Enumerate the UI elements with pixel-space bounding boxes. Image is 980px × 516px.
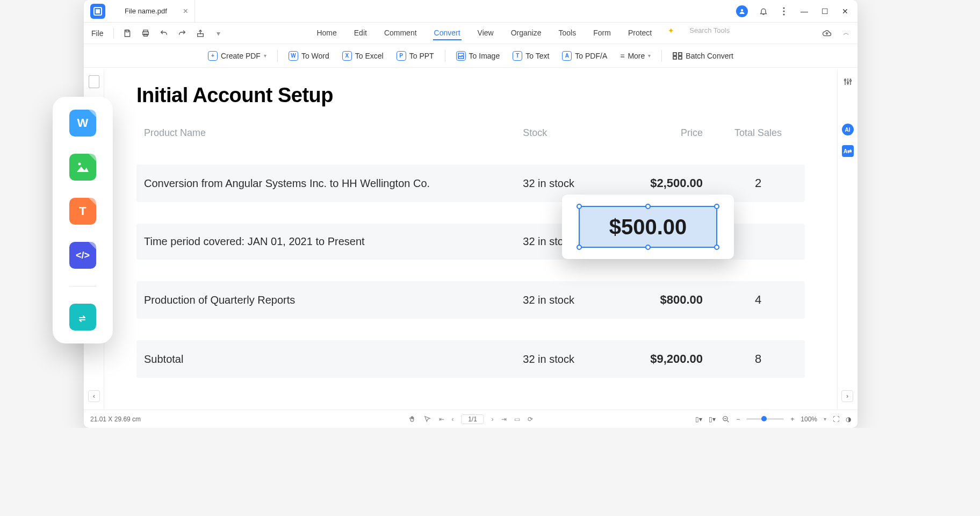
to-excel-label: To Excel [355, 52, 384, 60]
to-pdfa-button[interactable]: A To PDF/A [558, 49, 611, 63]
quick-access-chevron-icon[interactable]: ▾ [214, 28, 224, 38]
close-window-button[interactable]: ✕ [840, 7, 850, 16]
dock-separator [69, 286, 96, 286]
price-edit-field[interactable]: $500.00 [579, 206, 717, 248]
file-menu[interactable]: File [90, 27, 105, 40]
print-icon[interactable] [141, 28, 150, 38]
svg-point-18 [849, 80, 851, 82]
dock-to-image-button[interactable] [69, 154, 96, 181]
thumbnails-icon[interactable] [89, 75, 99, 88]
close-tab-icon[interactable]: × [183, 6, 188, 16]
bell-icon[interactable] [759, 6, 768, 16]
table-row[interactable]: Production of Quarterly Reports 32 in st… [136, 281, 805, 319]
create-pdf-button[interactable]: + Create PDF ▾ [204, 49, 271, 63]
cell-name: Conversion from Angular Systems Inc. to … [144, 177, 523, 190]
view-mode-2-icon[interactable]: ▯▾ [709, 415, 716, 423]
last-page-icon[interactable]: ⇥ [501, 415, 507, 423]
search-tools-input[interactable]: Search Tools [689, 26, 730, 40]
batch-convert-button[interactable]: Batch Convert [668, 49, 738, 62]
zoom-minus-icon[interactable]: − [736, 415, 740, 423]
menu-form[interactable]: Form [592, 26, 612, 40]
resize-handle-icon[interactable] [645, 204, 651, 209]
select-tool-icon[interactable] [424, 415, 431, 423]
save-icon[interactable] [122, 28, 132, 38]
svg-point-5 [783, 13, 784, 15]
zoom-slider-thumb[interactable] [761, 416, 767, 421]
header-total-sales: Total Sales [719, 127, 797, 139]
title-bar: File name.pdf × — ☐ ✕ [84, 0, 857, 23]
editing-value: $500.00 [609, 215, 687, 239]
status-bar: 21.01 X 29.69 cm ⇤ ‹ 1/1 › ⇥ ▭ ⟳ ▯▾ ▯▾ −… [84, 410, 857, 428]
read-mode-icon[interactable]: ◑ [846, 415, 851, 423]
user-avatar-icon[interactable] [736, 5, 748, 17]
svg-rect-9 [143, 34, 147, 36]
zoom-plus-icon[interactable]: + [790, 415, 794, 423]
cell-name: Time period covered: JAN 01, 2021 to Pre… [144, 235, 523, 248]
resize-handle-icon[interactable] [577, 245, 582, 250]
zoom-out-icon[interactable] [722, 415, 730, 423]
resize-handle-icon[interactable] [714, 204, 719, 209]
minimize-button[interactable]: — [799, 7, 809, 16]
page-dimensions: 21.01 X 29.69 cm [90, 415, 141, 423]
more-label: More [628, 52, 645, 60]
table-row[interactable]: Subtotal 32 in stock $9,200.00 8 [136, 340, 805, 378]
cloud-icon[interactable] [822, 28, 832, 38]
translate-icon[interactable]: A⇄ [842, 145, 854, 157]
plus-icon: + [208, 51, 218, 61]
next-page-icon[interactable]: › [492, 415, 494, 423]
menu-view[interactable]: View [477, 26, 495, 40]
redo-icon[interactable] [177, 28, 187, 38]
dock-to-word-button[interactable]: W [69, 110, 96, 137]
prev-page-icon[interactable]: ‹ [452, 415, 454, 423]
settings-sliders-icon[interactable] [841, 75, 854, 88]
to-image-button[interactable]: To Image [452, 49, 505, 63]
zoom-slider[interactable] [746, 418, 784, 420]
cell-price: $800.00 [621, 293, 719, 307]
to-excel-button[interactable]: X To Excel [338, 49, 388, 63]
table-header: Product Name Stock Price Total Sales [136, 123, 805, 143]
collapse-ribbon-icon[interactable]: ︿ [841, 28, 851, 38]
page-number-input[interactable]: 1/1 [462, 414, 484, 424]
ai-assistant-icon[interactable]: AI [842, 124, 854, 135]
menu-bar: File ▾ Home Edit Comment Convert View Or… [84, 23, 857, 44]
menu-comment[interactable]: Comment [383, 26, 418, 40]
to-ppt-label: To PPT [409, 52, 434, 60]
share-icon[interactable] [196, 28, 205, 38]
resize-handle-icon[interactable] [645, 245, 651, 250]
menu-organize[interactable]: Organize [510, 26, 543, 40]
svg-rect-6 [126, 30, 128, 32]
first-page-icon[interactable]: ⇤ [439, 415, 444, 423]
cell-name: Subtotal [144, 353, 523, 366]
menu-convert[interactable]: Convert [433, 26, 462, 40]
document-tab[interactable]: File name.pdf × [118, 0, 195, 22]
menu-tools[interactable]: Tools [558, 26, 578, 40]
folder-swap-icon [75, 311, 90, 324]
dock-to-text-button[interactable]: T [69, 198, 96, 225]
to-ppt-button[interactable]: P To PPT [392, 49, 438, 63]
kebab-menu-icon[interactable] [779, 6, 789, 16]
zoom-dropdown-icon[interactable]: ▾ [824, 416, 826, 422]
undo-icon[interactable] [159, 28, 169, 38]
to-text-button[interactable]: T To Text [508, 49, 553, 63]
to-word-button[interactable]: W To Word [284, 49, 334, 63]
resize-handle-icon[interactable] [714, 245, 719, 250]
resize-handle-icon[interactable] [577, 204, 582, 209]
zoom-level[interactable]: 100% [801, 415, 817, 423]
view-mode-1-icon[interactable]: ▯▾ [695, 415, 702, 423]
fullscreen-icon[interactable]: ⛶ [833, 415, 839, 423]
svg-point-20 [78, 163, 81, 166]
maximize-button[interactable]: ☐ [820, 7, 830, 16]
to-image-label: To Image [469, 52, 500, 60]
expand-right-panel-button[interactable]: › [841, 390, 853, 402]
menu-protect[interactable]: Protect [627, 26, 653, 40]
fold-corner-icon [89, 242, 96, 249]
dock-batch-button[interactable] [69, 304, 96, 331]
fit-page-icon[interactable]: ▭ [514, 415, 520, 423]
rotate-icon[interactable]: ⟳ [528, 415, 533, 423]
more-button[interactable]: ≡ More ▾ [616, 49, 655, 62]
collapse-left-panel-button[interactable]: ‹ [88, 390, 100, 402]
menu-edit[interactable]: Edit [353, 26, 368, 40]
menu-home[interactable]: Home [315, 26, 337, 40]
dock-to-html-button[interactable]: </> [69, 242, 96, 269]
hand-tool-icon[interactable] [409, 415, 416, 423]
